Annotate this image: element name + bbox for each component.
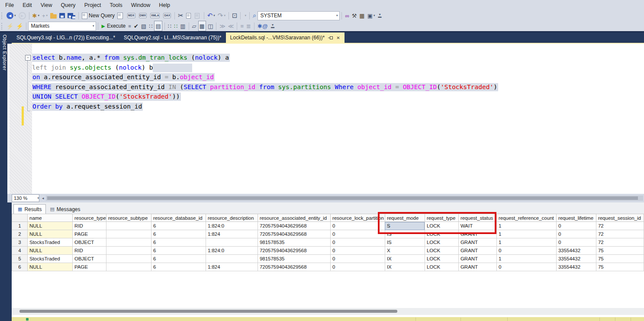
grid-cell[interactable]: WAIT [458,222,496,230]
grid-cell[interactable]: 33554432 [556,263,596,271]
grid-cell[interactable]: LOCK [425,230,458,238]
results-hscrollbar-thumb[interactable] [19,310,397,313]
copy-button[interactable] [185,11,193,20]
grid-cell[interactable]: 1 [496,238,556,247]
toolbox-button[interactable]: ▦ [358,11,365,20]
grid-cell[interactable]: 0 [330,247,385,255]
grid-cell[interactable]: NULL [28,247,73,255]
add-item-button[interactable]: +▾ [41,11,48,20]
selection-mode-button[interactable]: ⊡ [231,11,238,20]
grid-cell[interactable] [206,255,258,263]
code-line[interactable]: left join sys.objects (nolock) b [32,63,498,73]
grid-cell[interactable]: X [385,247,425,255]
column-header-request_lifetime[interactable]: request_lifetime [556,214,596,222]
grid-cell[interactable]: LOCK [425,238,458,247]
new-dax-query-button[interactable]: DAX [162,11,172,20]
zoom-level-combobox[interactable]: 130 %▾ [12,194,39,202]
grid-cell[interactable]: OBJECT [73,255,106,263]
grid-cell[interactable]: GRANT [458,263,496,271]
grid-cell[interactable]: IX [385,263,425,271]
column-header-resource_subtype[interactable]: resource_subtype [106,214,151,222]
new-dmx-query-button[interactable]: DMX [138,11,148,20]
close-icon[interactable]: ✕ [336,35,340,40]
grid-cell[interactable]: IS [385,238,425,247]
new-query-button[interactable]: New Query [81,11,116,20]
connect-button[interactable]: ⚡ [6,21,14,31]
row-header[interactable]: 5 [12,255,28,263]
grid-cell[interactable]: 0 [330,222,385,230]
column-header-resource_description[interactable]: resource_description [206,214,258,222]
grid-cell[interactable]: StocksTraded [28,238,73,247]
comment-button[interactable]: ≡ [239,21,245,31]
scroll-left-icon[interactable]: ◂ [42,196,44,200]
grid-cell[interactable] [106,247,151,255]
code-line[interactable]: WHERE resource_associated_entity_id IN (… [32,82,498,92]
row-header[interactable]: 4 [12,247,28,255]
grid-cell[interactable]: 75 [596,263,644,271]
menu-query[interactable]: Query [57,0,80,10]
grid-cell[interactable]: GRANT [458,230,496,238]
grid-cell[interactable]: 0 [330,238,385,247]
grid-cell[interactable]: 72 [596,222,644,230]
grid-cell[interactable]: RID [73,222,106,230]
menu-project[interactable]: Project [80,0,106,10]
grid-corner-cell[interactable] [12,214,28,222]
grid-cell[interactable]: 0 [556,238,596,247]
grid-cell[interactable]: IS [385,230,425,238]
grid-cell[interactable]: LOCK [425,247,458,255]
grid-cell[interactable] [106,255,151,263]
save-all-button[interactable] [67,11,76,20]
find-button[interactable]: ⌕ [252,11,257,20]
fold-collapse-icon[interactable]: − [25,55,31,61]
vs-button[interactable]: ∞ [344,11,350,20]
object-explorer-collapsed-tab[interactable]: Object Explorer [0,35,7,71]
grid-cell[interactable]: NULL [28,263,73,271]
tab-sqlquery2[interactable]: SQLQuery2.sql - LI...MS\Saravanan (75))* [119,32,225,43]
grid-cell[interactable]: NULL [28,222,73,230]
toolbar2-overflow-button[interactable]: ▾▬ [271,24,274,28]
grid-cell[interactable]: 1 [496,230,556,238]
grid-cell[interactable]: 1 [496,255,556,263]
execute-button[interactable]: ▶Execute [100,21,126,31]
results-pane-toggle-button[interactable]: ▤ [154,21,162,31]
menu-view[interactable]: View [36,0,57,10]
row-header[interactable]: 6 [12,263,28,271]
parse-button[interactable]: ✔ [133,21,139,31]
results-to-grid-button[interactable]: ▦ [198,21,206,31]
grid-cell[interactable]: 0 [496,263,556,271]
new-mdx-query-button[interactable]: MDX [126,11,136,20]
grid-cell[interactable] [106,222,151,230]
grid-cell[interactable]: 6 [151,255,206,263]
column-header-request_reference_count[interactable]: request_reference_count [496,214,556,222]
column-header-resource_type[interactable]: resource_type [73,214,106,222]
undo-button[interactable]: ↶▾ [206,11,216,20]
database-combobox[interactable]: Markets▾ [28,22,96,31]
row-header[interactable]: 3 [12,238,28,247]
results-grid[interactable]: nameresource_typeresource_subtyperesourc… [12,214,644,271]
sqlcmd-button[interactable]: ▥ [179,21,186,31]
grid-cell[interactable]: 981578535 [258,238,330,247]
save-button[interactable] [58,11,66,20]
menu-tools[interactable]: Tools [106,0,127,10]
grid-cell[interactable]: 1:824:0 [206,222,258,230]
grid-cell[interactable] [106,230,151,238]
uncomment-button[interactable]: ≣ [245,21,252,31]
grid-cell[interactable]: RID [73,247,106,255]
editor-hscrollbar-thumb[interactable] [47,196,638,200]
navigate-forward-button[interactable]: ▶ [18,11,27,20]
grid-cell[interactable]: 72 [596,238,644,247]
column-header-request_session_id[interactable]: request_session_id [596,214,644,222]
code-line[interactable]: UNION SELECT OBJECT_ID('StocksTraded')) [32,92,498,102]
grid-cell[interactable]: 1 [496,222,556,230]
results-to-file-button[interactable]: ◫ [207,21,214,31]
grid-cell[interactable]: PAGE [73,263,106,271]
grid-cell[interactable] [206,238,258,247]
grid-cell[interactable]: StocksTraded [28,255,73,263]
grid-cell[interactable]: 0 [330,263,385,271]
display-plan-button[interactable]: ▧ [140,21,147,31]
column-header-request_type[interactable]: request_type [425,214,458,222]
menu-file[interactable]: File [1,0,18,10]
column-header-resource_lock_partition[interactable]: resource_lock_partition [330,214,385,222]
grid-cell[interactable]: IX [385,255,425,263]
column-header-name[interactable]: name [28,214,73,222]
